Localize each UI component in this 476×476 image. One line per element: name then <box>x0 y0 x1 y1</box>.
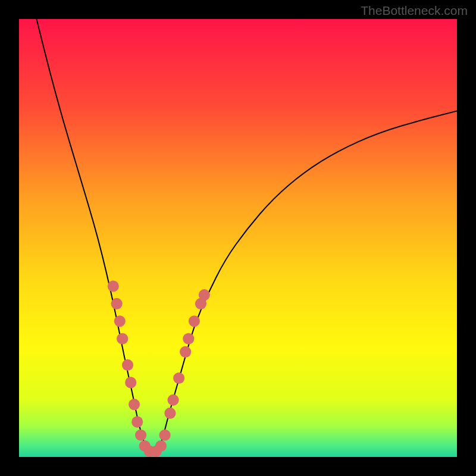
data-marker <box>199 289 210 300</box>
data-marker <box>155 440 167 452</box>
data-marker <box>189 315 200 327</box>
data-marker <box>111 298 123 309</box>
bottleneck-curve <box>19 19 457 457</box>
data-marker <box>159 430 171 441</box>
data-marker <box>168 394 179 406</box>
chart-container: TheBottleneck.com <box>0 0 476 476</box>
data-marker <box>129 399 140 410</box>
data-marker <box>135 430 146 441</box>
plot-area <box>19 19 457 457</box>
data-marker <box>114 315 126 327</box>
data-marker <box>108 280 119 292</box>
watermark-text: TheBottleneck.com <box>361 4 468 18</box>
data-marker <box>122 359 133 371</box>
data-marker <box>183 333 194 345</box>
data-marker <box>180 346 191 358</box>
data-marker <box>173 372 184 384</box>
data-marker <box>125 377 136 388</box>
data-marker <box>117 333 128 345</box>
data-marker <box>164 408 176 419</box>
data-marker <box>131 416 143 428</box>
